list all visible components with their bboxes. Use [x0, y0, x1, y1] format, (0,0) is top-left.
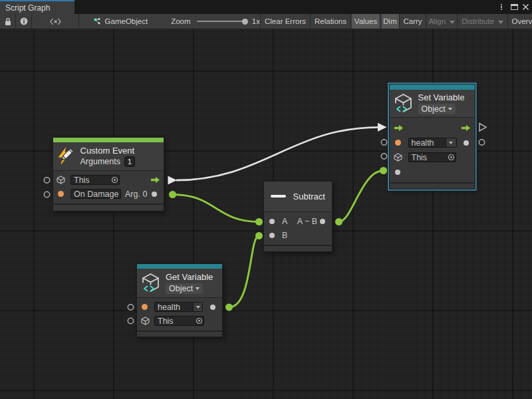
input-a-label: A: [282, 217, 287, 226]
arguments-field[interactable]: 1: [124, 156, 135, 167]
object-picker-icon[interactable]: [111, 176, 118, 184]
node-title: Get Variable: [166, 272, 213, 282]
name-port-dot[interactable]: [142, 304, 148, 310]
control-input-icon[interactable]: [394, 124, 404, 132]
variable-kind-dropdown[interactable]: Object: [418, 104, 456, 114]
port-getvar-name-in[interactable]: [128, 305, 133, 310]
node-title: Custom Event: [80, 146, 135, 156]
dim-button[interactable]: Dim: [382, 14, 400, 29]
chevron-down-icon: [498, 21, 503, 24]
node-set-variable[interactable]: Set Variable Object health: [389, 84, 475, 190]
wire-control[interactable]: [176, 127, 379, 180]
tab-title: Script Graph: [5, 3, 50, 13]
distribute-button[interactable]: Distribute: [458, 14, 508, 29]
input-b-label: B: [282, 231, 287, 240]
variable-kind-dropdown[interactable]: Object: [166, 283, 203, 294]
node-custom-event[interactable]: Custom Event Arguments 1 This: [53, 137, 164, 211]
variable-name-dropdown[interactable]: health: [408, 138, 457, 148]
port-setvar-value-in[interactable]: [380, 167, 387, 174]
overview-button[interactable]: Overview: [509, 14, 532, 29]
align-button[interactable]: Align: [427, 14, 458, 29]
tab-bar: Script Graph: [0, 0, 532, 14]
port-setvar-this-in[interactable]: [381, 154, 386, 159]
gameobject-label[interactable]: GameObject: [105, 17, 148, 25]
port-ce-name-in[interactable]: [44, 192, 49, 197]
kebab-menu-icon[interactable]: [501, 0, 507, 14]
output-dot[interactable]: [320, 219, 325, 224]
port-getvar-this-in[interactable]: [128, 318, 133, 323]
arg0-port-dot[interactable]: [152, 192, 157, 197]
port-subtract-b-in[interactable]: [255, 232, 263, 239]
port-setvar-flow-out[interactable]: [479, 124, 486, 132]
port-ce-this-in[interactable]: [44, 178, 49, 183]
tab-script-graph[interactable]: Script Graph: [0, 0, 74, 14]
port-ce-arg0-out[interactable]: [169, 191, 176, 198]
values-button[interactable]: Values: [352, 14, 380, 29]
chevron-down-icon: [196, 306, 200, 309]
close-icon[interactable]: [522, 0, 530, 14]
zoom-slider-thumb[interactable]: [242, 19, 248, 25]
wire-arg0-to-a[interactable]: [173, 195, 259, 222]
gameobject-graph-icon: [94, 17, 100, 25]
chevron-down-icon: [450, 21, 455, 24]
zoom-label: Zoom: [171, 17, 190, 25]
port-subtract-out[interactable]: [335, 218, 342, 225]
port-setvar-flow-in[interactable]: [378, 123, 387, 132]
info-button[interactable]: [16, 14, 32, 29]
name-port-dot[interactable]: [58, 191, 64, 197]
object-picker-icon[interactable]: [196, 317, 203, 325]
variable-name-dropdown[interactable]: health: [154, 302, 203, 312]
port-getvar-out[interactable]: [225, 304, 233, 311]
name-port-dot[interactable]: [395, 140, 401, 146]
info-icon: [20, 17, 28, 25]
subtract-icon: [271, 195, 286, 198]
value-output-dot[interactable]: [464, 140, 469, 146]
input-b-dot[interactable]: [269, 233, 275, 238]
lock-icon: [4, 17, 12, 26]
variable-cube-icon: [141, 273, 160, 293]
value-output-dot[interactable]: [210, 305, 215, 310]
carry-button[interactable]: Carry: [400, 14, 426, 29]
edit-graph-button[interactable]: [32, 14, 79, 29]
gameobject-type-icon: [141, 317, 150, 325]
target-field[interactable]: This: [408, 152, 456, 162]
graph-canvas[interactable]: Custom Event Arguments 1 This: [0, 29, 532, 399]
arg0-label: Arg. 0: [125, 190, 147, 199]
input-a-dot[interactable]: [269, 219, 275, 224]
graph-context-segment: GameObject Zoom 1x: [79, 14, 261, 29]
wire-getvar-to-b[interactable]: [229, 236, 259, 308]
custom-event-icon: [57, 147, 74, 166]
maximize-icon[interactable]: [511, 0, 520, 14]
node-title: Set Variable: [418, 92, 465, 102]
value-input-dot[interactable]: [395, 170, 400, 175]
control-output-icon[interactable]: [150, 176, 160, 184]
variable-colorbar: [390, 84, 475, 90]
lock-button[interactable]: [0, 14, 16, 29]
output-label: A − B: [297, 217, 317, 226]
target-field[interactable]: This: [70, 175, 120, 185]
target-field[interactable]: This: [154, 316, 204, 326]
node-subtract[interactable]: Subtract A A − B B: [263, 181, 332, 252]
relations-button[interactable]: Relations: [311, 14, 351, 29]
port-setvar-value-out[interactable]: [479, 140, 484, 145]
gameobject-type-icon: [394, 153, 402, 162]
port-subtract-a-in[interactable]: [255, 218, 263, 225]
clear-errors-button[interactable]: Clear Errors: [261, 14, 311, 29]
gameobject-type-icon: [57, 176, 65, 184]
arguments-label: Arguments: [80, 157, 120, 166]
chevron-down-icon: [196, 287, 200, 290]
graph-toolbar: GameObject Zoom 1x Clear Errors Relation…: [0, 14, 532, 29]
control-output-icon[interactable]: [461, 124, 471, 132]
wire-result-to-setvar[interactable]: [339, 171, 384, 222]
chevron-down-icon: [448, 108, 452, 110]
variable-cube-icon: [394, 93, 413, 113]
port-setvar-name-in[interactable]: [381, 140, 386, 145]
event-name-field[interactable]: On Damage: [70, 189, 121, 199]
angle-x-icon: [50, 18, 61, 25]
zoom-slider[interactable]: [197, 21, 247, 22]
object-picker-icon[interactable]: [448, 154, 455, 161]
port-ce-flow-out[interactable]: [168, 176, 178, 185]
node-get-variable[interactable]: Get Variable Object health: [136, 263, 223, 337]
zoom-value: 1x: [252, 17, 260, 25]
event-colorbar: [53, 138, 164, 143]
